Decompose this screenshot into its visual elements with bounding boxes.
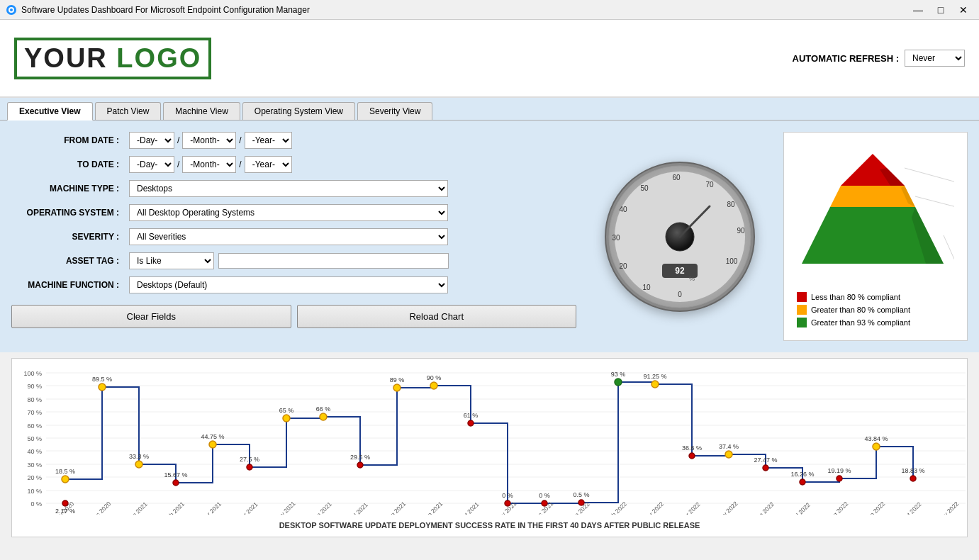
svg-text:27.5 %: 27.5 % — [240, 456, 259, 463]
svg-text:60 %: 60 % — [27, 422, 42, 430]
svg-text:91.25 %: 91.25 % — [643, 373, 666, 380]
legend-color-green — [797, 318, 807, 327]
restore-button[interactable]: □ — [931, 3, 951, 17]
data-point — [283, 415, 290, 422]
data-point — [320, 413, 327, 420]
svg-text:Mar 2021: Mar 2021 — [200, 500, 223, 515]
to-month-select[interactable]: -Month- — [182, 156, 236, 173]
to-date-label: TO DATE : — [11, 159, 125, 169]
from-day-select[interactable]: -Day- — [129, 132, 174, 149]
data-point-low — [247, 464, 252, 470]
main-content: FROM DATE : -Day- / -Month- / -Year- TO … — [0, 121, 979, 352]
svg-text:92: 92 — [675, 266, 685, 276]
from-month-select[interactable]: -Month- — [182, 132, 236, 149]
app-icon — [6, 4, 17, 16]
data-point-low — [910, 476, 916, 481]
svg-text:36.6 %: 36.6 % — [682, 444, 702, 452]
from-date-label: FROM DATE : — [11, 135, 125, 145]
legend-label-red: Less than 80 % compliant — [811, 293, 900, 301]
reload-chart-button[interactable]: Reload Chart — [297, 305, 577, 328]
close-button[interactable]: ✕ — [953, 3, 973, 17]
legend-item-orange: Greater than 80 % compliant — [797, 305, 954, 315]
pyramid-svg: 1,460 37 484 — [791, 140, 954, 281]
svg-text:May 2022: May 2022 — [715, 500, 739, 515]
svg-text:Sep 2022: Sep 2022 — [863, 500, 886, 515]
data-point-low — [173, 480, 179, 486]
data-point — [430, 382, 437, 389]
svg-text:0 %: 0 % — [539, 492, 550, 499]
data-point-low — [763, 465, 768, 471]
svg-text:0 %: 0 % — [502, 492, 513, 499]
gauge-area: 0 10 20 30 40 50 60 70 80 90 100 92 % — [588, 132, 772, 341]
tab-os-view[interactable]: Operating System View — [242, 102, 355, 120]
title-bar-left: Software Updates Dashboard For Microsoft… — [6, 4, 310, 16]
svg-text:93 %: 93 % — [611, 371, 626, 378]
gauge-chart: 0 10 20 30 40 50 60 70 80 90 100 92 % — [602, 159, 758, 315]
legend-color-red — [797, 292, 807, 302]
clear-fields-button[interactable]: Clear Fields — [11, 305, 291, 328]
legend-item-red: Less than 80 % compliant — [797, 292, 954, 302]
data-point — [209, 441, 216, 448]
to-year-select[interactable]: -Year- — [245, 156, 292, 173]
svg-text:Apr 2022: Apr 2022 — [679, 500, 702, 515]
tab-patch-view[interactable]: Patch View — [95, 102, 162, 120]
app-title: Software Updates Dashboard For Microsoft… — [21, 5, 310, 15]
svg-text:30: 30 — [612, 234, 620, 242]
svg-text:18.5 %: 18.5 % — [55, 468, 75, 475]
svg-text:50: 50 — [640, 184, 649, 192]
auto-refresh-select[interactable]: Never 5 min 10 min 15 min 30 min — [905, 50, 965, 67]
severity-select[interactable]: All Severities Critical Important Modera… — [129, 228, 448, 245]
from-year-select[interactable]: -Year- — [245, 132, 292, 149]
svg-text:Dec 2020: Dec 2020 — [89, 500, 112, 515]
asset-tag-label: ASSET TAG : — [11, 256, 125, 266]
svg-text:10: 10 — [642, 284, 651, 291]
svg-text:60: 60 — [672, 174, 681, 181]
data-point — [725, 451, 732, 458]
buttons-row: Clear Fields Reload Chart — [11, 305, 576, 328]
asset-tag-operator-select[interactable]: Is Like Equals Starts With — [129, 252, 214, 269]
svg-text:20: 20 — [619, 262, 627, 270]
minimize-button[interactable]: — — [908, 3, 928, 17]
svg-text:100 %: 100 % — [23, 370, 42, 377]
tab-machine-view[interactable]: Machine View — [163, 102, 240, 120]
machine-type-row: MACHINE TYPE : Desktops Laptops Servers — [11, 180, 576, 197]
legend-label-orange: Greater than 80 % compliant — [811, 306, 910, 314]
svg-text:29.5 %: 29.5 % — [350, 454, 370, 461]
machine-type-select[interactable]: Desktops Laptops Servers — [129, 180, 448, 197]
svg-text:Jun 2021: Jun 2021 — [311, 500, 333, 515]
chart-title: DESKTOP SOFTWARE UPDATE DEPLOYMENT SUCCE… — [19, 521, 960, 530]
asset-tag-input[interactable] — [218, 253, 449, 269]
svg-text:70 %: 70 % — [27, 409, 42, 416]
tab-severity-view[interactable]: Severity View — [357, 102, 432, 120]
pyramid-legend: Less than 80 % compliant Greater than 80… — [791, 289, 960, 333]
svg-text:0 %: 0 % — [30, 500, 42, 508]
svg-text:43.84 %: 43.84 % — [864, 435, 888, 442]
svg-text:Nov 2022: Nov 2022 — [936, 500, 960, 515]
title-bar: Software Updates Dashboard For Microsoft… — [0, 0, 979, 20]
data-point — [873, 443, 880, 450]
to-date-row: TO DATE : -Day- / -Month- / -Year- — [11, 156, 576, 173]
tab-executive-view[interactable]: Executive View — [7, 102, 93, 121]
svg-text:Apr 2021: Apr 2021 — [237, 500, 259, 515]
svg-text:Mar 2022: Mar 2022 — [642, 500, 666, 515]
svg-text:70: 70 — [705, 181, 714, 189]
machine-func-row: MACHINE FUNCTION : Desktops (Default) La… — [11, 276, 576, 293]
svg-text:18.83 %: 18.83 % — [901, 467, 924, 474]
data-point — [135, 461, 142, 468]
os-select[interactable]: All Desktop Operating Systems Windows 10… — [129, 204, 448, 221]
data-point-low — [837, 476, 842, 481]
svg-text:66 %: 66 % — [316, 405, 331, 413]
svg-text:Jul 2021: Jul 2021 — [348, 501, 369, 515]
chart-area: .axis-label { font-size: 9px; fill: #555… — [11, 358, 968, 537]
svg-text:16.26 %: 16.26 % — [790, 471, 814, 478]
from-date-selects: -Day- / -Month- / -Year- — [129, 132, 292, 149]
tabs-container: Executive View Patch View Machine View O… — [0, 98, 979, 121]
svg-line-33 — [905, 168, 954, 182]
svg-text:27.47 %: 27.47 % — [754, 457, 777, 464]
auto-refresh-control: AUTOMATIC REFRESH : Never 5 min 10 min 1… — [793, 50, 965, 67]
legend-label-green: Greater than 93 % compliant — [811, 318, 910, 327]
svg-text:89 %: 89 % — [390, 376, 405, 383]
machine-func-select[interactable]: Desktops (Default) Laptops All — [129, 276, 448, 293]
to-day-select[interactable]: -Day- — [129, 156, 174, 173]
svg-text:0: 0 — [678, 291, 682, 298]
